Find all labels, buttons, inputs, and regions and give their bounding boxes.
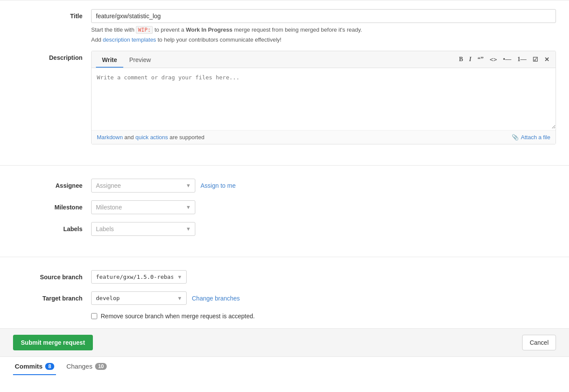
attach-icon: 📎 <box>512 134 519 140</box>
remove-branch-label: Remove source branch when merge request … <box>101 313 255 320</box>
ol-btn[interactable]: 1— <box>516 55 528 64</box>
target-branch-label: Target branch <box>13 291 91 302</box>
milestone-content: Milestone ▼ <box>91 200 556 214</box>
assignee-select-wrapper: Assignee ▼ <box>91 179 195 193</box>
quote-btn[interactable]: “” <box>476 55 485 64</box>
footer-text: Markdown and quick actions are supported <box>97 134 204 140</box>
section-divider-2 <box>0 257 569 257</box>
milestone-select-wrapper: Milestone ▼ <box>91 200 195 214</box>
wip-hint: Start the title with WIP: to prevent a W… <box>91 26 556 33</box>
bottom-bar: Submit merge request Cancel <box>0 328 569 356</box>
title-row: Title Start the title with WIP: to preve… <box>13 9 556 43</box>
wip-bold: Work In Progress <box>186 26 232 33</box>
remove-branch-checkbox[interactable] <box>91 313 97 319</box>
ul-btn[interactable]: •— <box>501 55 513 64</box>
description-label: Description <box>13 51 91 61</box>
tab-commits[interactable]: Commits 8 <box>13 358 56 375</box>
labels-select[interactable]: Labels <box>91 222 195 236</box>
template-hint: Add description templates to help your c… <box>91 36 556 43</box>
description-textarea[interactable] <box>92 68 556 129</box>
checkbox-row: Remove source branch when merge request … <box>91 313 556 320</box>
source-branch-row: Source branch feature/gxw/1.5.0-rebase..… <box>13 270 556 284</box>
tab-group: Write Preview <box>96 54 157 68</box>
template-prefix: Add <box>91 36 101 43</box>
assignee-row: Assignee Assignee ▼ Assign to me <box>13 179 556 193</box>
italic-btn[interactable]: I <box>467 55 473 64</box>
footer-and: and <box>125 134 134 140</box>
assignee-label: Assignee <box>13 179 91 189</box>
template-suffix: to help your contributors communicate ef… <box>158 36 281 43</box>
description-footer: Markdown and quick actions are supported… <box>92 130 556 144</box>
bold-btn[interactable]: B <box>457 55 464 64</box>
target-branch-select-wrapper: develop ▼ <box>91 291 187 305</box>
commits-badge: 8 <box>45 363 54 370</box>
tabs-bar: Commits 8 Changes 10 <box>0 356 569 376</box>
assignee-select[interactable]: Assignee <box>91 179 195 193</box>
tab-changes[interactable]: Changes 10 <box>65 358 109 375</box>
labels-content: Labels ▼ <box>91 222 556 236</box>
assign-to-me-button[interactable]: Assign to me <box>201 182 236 189</box>
form-section: Title Start the title with WIP: to preve… <box>0 0 569 161</box>
section-divider-1 <box>0 165 569 166</box>
source-branch-label: Source branch <box>13 270 91 281</box>
markdown-link[interactable]: Markdown <box>97 134 123 140</box>
assignee-content: Assignee ▼ Assign to me <box>91 179 556 193</box>
title-label: Title <box>13 9 91 20</box>
wip-hint-end: merge request from being merged before i… <box>234 26 362 33</box>
changes-label: Changes <box>66 363 92 370</box>
changes-badge: 10 <box>95 363 107 370</box>
code-btn[interactable]: <> <box>488 55 499 64</box>
change-branches-button[interactable]: Change branches <box>192 295 240 302</box>
tab-write[interactable]: Write <box>96 54 123 68</box>
milestone-label: Milestone <box>13 200 91 211</box>
submit-merge-request-button[interactable]: Submit merge request <box>13 335 93 350</box>
task-btn[interactable]: ☑ <box>531 55 540 64</box>
branch-section: Source branch feature/gxw/1.5.0-rebase..… <box>0 261 569 328</box>
quick-actions-link[interactable]: quick actions <box>135 134 168 140</box>
source-branch-select-wrapper: feature/gxw/1.5.0-rebase... ▼ <box>91 270 187 284</box>
description-row: Description Write Preview B I “” <> <box>13 51 556 144</box>
tab-preview[interactable]: Preview <box>123 54 157 68</box>
attach-file-button[interactable]: 📎 Attach a file <box>512 134 550 140</box>
labels-select-wrapper: Labels ▼ <box>91 222 195 236</box>
wip-hint-prefix: Start the title with <box>91 26 135 33</box>
target-branch-select[interactable]: develop <box>91 291 187 305</box>
wip-hint-suffix: to prevent a <box>155 26 184 33</box>
title-input[interactable] <box>91 9 556 23</box>
labels-row: Labels Labels ▼ <box>13 222 556 236</box>
description-box: Write Preview B I “” <> •— 1— ☑ ✕ <box>91 51 556 144</box>
title-content: Start the title with WIP: to prevent a W… <box>91 9 556 43</box>
labels-label: Labels <box>13 222 91 232</box>
wip-code: WIP: <box>136 26 153 34</box>
target-branch-content: develop ▼ Change branches <box>91 291 556 305</box>
commits-label: Commits <box>15 363 43 370</box>
template-link[interactable]: description templates <box>103 36 156 43</box>
assignee-row-inner: Assignee ▼ Assign to me <box>91 179 556 193</box>
description-tabs: Write Preview B I “” <> •— 1— ☑ ✕ <box>92 51 556 68</box>
description-toolbar: B I “” <> •— 1— ☑ ✕ <box>457 55 551 67</box>
cancel-button[interactable]: Cancel <box>522 335 556 350</box>
page-wrapper: Title Start the title with WIP: to preve… <box>0 0 569 392</box>
milestone-select[interactable]: Milestone <box>91 200 195 214</box>
target-branch-inner: develop ▼ Change branches <box>91 291 556 305</box>
attach-label: Attach a file <box>521 134 550 140</box>
assignee-section: Assignee Assignee ▼ Assign to me Milesto… <box>0 170 569 252</box>
close-btn[interactable]: ✕ <box>543 55 551 64</box>
footer-suffix: are supported <box>170 134 204 140</box>
target-branch-row: Target branch develop ▼ Change branches <box>13 291 556 305</box>
source-branch-content: feature/gxw/1.5.0-rebase... ▼ <box>91 270 556 284</box>
source-branch-select[interactable]: feature/gxw/1.5.0-rebase... <box>91 270 187 284</box>
milestone-row: Milestone Milestone ▼ <box>13 200 556 214</box>
description-content: Write Preview B I “” <> •— 1— ☑ ✕ <box>91 51 556 144</box>
